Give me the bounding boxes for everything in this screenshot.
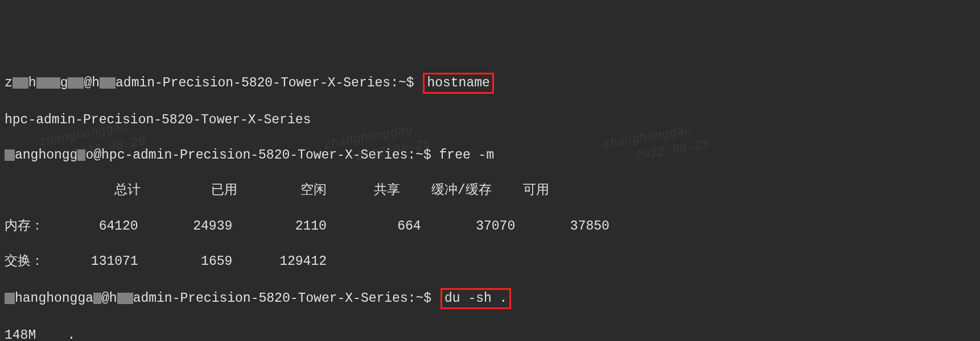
du-output: 148M .: [5, 327, 975, 341]
free-header: 总计 已用 空闲 共享 缓冲/缓存 可用: [5, 182, 975, 199]
prompt-host-3: @hxxadmin-Precision-5820-Tower-X-Series: [101, 291, 408, 306]
free-mem-row: 内存： 64120 24939 2110 664 37070 37850: [5, 218, 975, 235]
prompt-line-2: xanghonggxo@hpc-admin-Precision-5820-Tow…: [5, 147, 975, 164]
prompt-user-host-2: xanghonggxo@hpc-admin-Precision-5820-Tow…: [5, 148, 407, 163]
prompt-line-1: zxxhxxxgxx@hxxadmin-Precision-5820-Tower…: [5, 73, 975, 94]
prompt-suffix: :~$: [390, 76, 414, 90]
prompt-user-host: zxxhxxxgxx@hxx: [5, 76, 116, 90]
command-free: free -m: [439, 148, 495, 163]
free-swap-row: 交换： 131071 1659 129412: [5, 253, 975, 271]
prompt-host-tail: admin-Precision-5820-Tower-X-Series: [116, 76, 390, 90]
prompt-user-3: hanghongga: [15, 291, 93, 306]
command-hostname: hostname: [423, 73, 493, 94]
prompt-line-3: xhanghonggax@hxxadmin-Precision-5820-Tow…: [5, 288, 975, 309]
command-du: du -sh .: [440, 288, 511, 309]
hostname-output: hpc-admin-Precision-5820-Tower-X-Series: [5, 111, 975, 129]
